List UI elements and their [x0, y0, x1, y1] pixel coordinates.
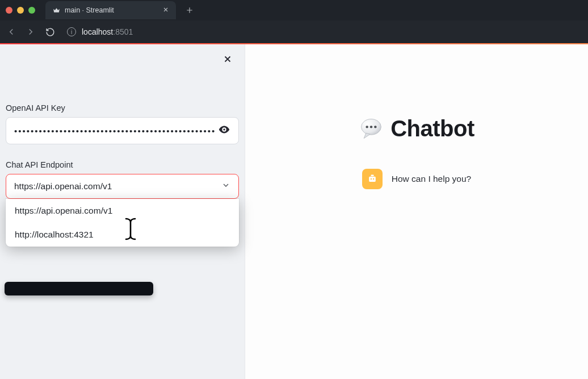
api-key-group: OpenAI API Key •••••••••••••••••••••••••… [6, 103, 239, 144]
endpoint-dropdown-menu: https://api.openai.com/v1 http://localho… [6, 199, 239, 247]
browser-chrome: main · Streamlit i localhost:8501 [0, 0, 588, 43]
url-port: :8501 [113, 27, 133, 36]
svg-point-1 [366, 126, 368, 128]
assistant-message-row: How can I help you? [362, 169, 471, 189]
svg-rect-4 [369, 177, 376, 182]
app-body: OpenAI API Key •••••••••••••••••••••••••… [0, 44, 588, 379]
address-bar[interactable]: i localhost:8501 [67, 27, 133, 36]
chevron-down-icon [221, 181, 230, 192]
forward-button[interactable] [25, 26, 36, 38]
sidebar: OpenAI API Key •••••••••••••••••••••••••… [0, 44, 245, 379]
maximize-window-button[interactable] [28, 7, 35, 14]
page-heading: Chatbot [359, 116, 474, 141]
window-controls [6, 7, 35, 14]
endpoint-select[interactable]: https://api.openai.com/v1 https://api.op… [6, 174, 239, 199]
site-info-icon[interactable]: i [67, 27, 76, 36]
endpoint-value: https://api.openai.com/v1 [14, 181, 112, 191]
close-tab-icon[interactable] [162, 6, 169, 15]
obscured-element [5, 282, 153, 295]
speech-bubble-icon [359, 116, 384, 141]
browser-tab[interactable]: main · Streamlit [45, 1, 176, 19]
endpoint-select-face[interactable]: https://api.openai.com/v1 [6, 174, 239, 199]
endpoint-label: Chat API Endpoint [6, 160, 239, 169]
endpoint-option[interactable]: http://localhost:4321 [6, 223, 239, 247]
svg-rect-5 [371, 175, 373, 177]
endpoint-group: Chat API Endpoint https://api.openai.com… [6, 160, 239, 199]
close-window-button[interactable] [6, 7, 12, 14]
assistant-avatar-icon [362, 169, 383, 189]
page-title: Chatbot [390, 116, 474, 141]
api-key-input-wrap[interactable]: ••••••••••••••••••••••••••••••••••••••••… [6, 117, 239, 144]
svg-point-7 [373, 178, 374, 180]
svg-point-3 [374, 126, 376, 128]
new-tab-button[interactable] [183, 3, 196, 17]
browser-toolbar: i localhost:8501 [0, 20, 588, 43]
reload-button[interactable] [44, 26, 56, 38]
svg-point-6 [371, 178, 372, 180]
tab-strip: main · Streamlit [0, 0, 588, 20]
reveal-password-icon[interactable] [218, 123, 230, 138]
main-content: Chatbot How can I help you? [245, 44, 588, 379]
api-key-input[interactable]: ••••••••••••••••••••••••••••••••••••••••… [14, 126, 218, 136]
svg-point-2 [370, 126, 372, 128]
url-host: localhost [82, 27, 113, 36]
api-key-label: OpenAI API Key [6, 103, 239, 113]
minimize-window-button[interactable] [17, 7, 24, 14]
close-sidebar-button[interactable] [221, 52, 234, 66]
assistant-message-text: How can I help you? [392, 174, 471, 184]
endpoint-option[interactable]: https://api.openai.com/v1 [6, 199, 239, 223]
tab-title: main · Streamlit [65, 6, 158, 14]
crown-icon [52, 6, 60, 14]
back-button[interactable] [6, 26, 17, 38]
